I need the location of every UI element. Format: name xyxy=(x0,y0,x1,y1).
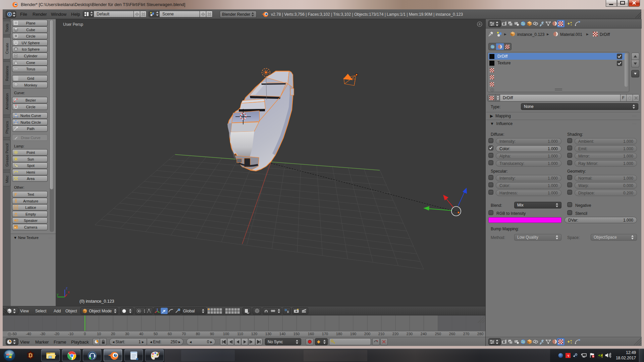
svg-text:i: i xyxy=(9,13,10,16)
svg-text:z: z xyxy=(66,286,68,290)
svg-text:User Persp: User Persp xyxy=(63,22,83,27)
svg-text:y: y xyxy=(57,292,59,296)
svg-text:F: F xyxy=(15,192,17,197)
svg-text:x: x xyxy=(68,290,70,294)
svg-text:D: D xyxy=(29,353,33,358)
svg-text:(0) instance_0.123: (0) instance_0.123 xyxy=(79,299,114,304)
